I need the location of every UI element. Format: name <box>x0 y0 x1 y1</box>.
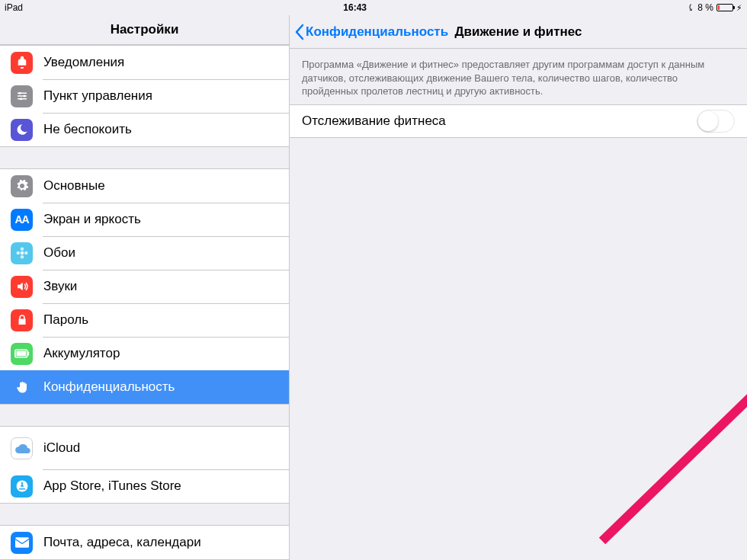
status-right: ⤹ 8 % ⚡︎ <box>687 2 742 13</box>
svg-point-7 <box>24 251 28 255</box>
sidebar-item-label: Обои <box>43 245 278 261</box>
gear-icon <box>11 175 33 197</box>
sound-icon <box>11 276 33 298</box>
svg-rect-9 <box>27 352 29 356</box>
sidebar-item-passcode[interactable]: Пароль <box>0 303 289 337</box>
sidebar-title-label: Настройки <box>111 22 179 37</box>
sidebar-item-display[interactable]: AAЭкран и яркость <box>0 203 289 236</box>
sidebar-item-label: Не беспокоить <box>43 122 278 137</box>
flower-icon <box>11 242 33 264</box>
sidebar-title: Настройки <box>0 15 289 45</box>
sidebar-item-privacy[interactable]: Конфиденциальность <box>0 370 289 404</box>
sidebar-item-label: Аккумулятор <box>43 346 278 361</box>
sidebar-item-label: Почта, адреса, календари <box>43 535 278 550</box>
fitness-tracking-label: Отслеживание фитнеса <box>302 114 446 129</box>
orientation-lock-icon: ⤹ <box>687 2 694 13</box>
battery-icon <box>11 343 33 365</box>
battery-percent: 8 % <box>697 2 713 13</box>
sidebar-item-label: Конфиденциальность <box>43 379 278 395</box>
toggle-knob <box>698 111 718 131</box>
cloud-icon <box>11 437 33 459</box>
svg-point-5 <box>20 255 24 259</box>
sidebar-item-label: iCloud <box>43 441 80 456</box>
appstore-icon <box>11 475 33 498</box>
sidebar-item-mail[interactable]: Почта, адреса, календари <box>0 526 289 559</box>
fitness-tracking-row: Отслеживание фитнеса <box>290 104 747 138</box>
sidebar-item-label: Пароль <box>43 312 278 328</box>
svg-point-4 <box>20 248 24 251</box>
sidebar-item-label: Звуки <box>43 279 278 294</box>
svg-point-6 <box>16 251 20 255</box>
svg-point-1 <box>23 95 25 98</box>
annotation-arrow <box>579 145 747 560</box>
svg-point-0 <box>18 92 21 94</box>
sidebar-item-label: Экран и яркость <box>43 212 278 227</box>
detail-pane: Конфиденциальность Движение и фитнес Про… <box>290 15 747 560</box>
hand-icon <box>11 376 33 398</box>
mail-icon <box>11 532 33 554</box>
clock: 16:43 <box>23 2 687 13</box>
status-bar: iPad 16:43 ⤹ 8 % ⚡︎ <box>0 0 747 15</box>
sidebar-item-label: Основные <box>43 178 278 194</box>
section-description: Программа «Движение и фитнес» предоставл… <box>290 49 747 104</box>
sidebar-item-dnd[interactable]: Не беспокоить <box>0 113 289 146</box>
sidebar-item-battery[interactable]: Аккумулятор <box>0 337 289 370</box>
aa-icon: AA <box>11 209 33 231</box>
chevron-left-icon <box>294 24 304 40</box>
bell-icon <box>11 52 33 74</box>
battery-icon <box>717 4 733 11</box>
sidebar-item-label: Пункт управления <box>43 88 278 104</box>
sidebar-item-notifications[interactable]: Уведомления <box>0 46 289 79</box>
svg-rect-10 <box>16 351 26 357</box>
charging-icon: ⚡︎ <box>736 3 742 13</box>
settings-sidebar: Настройки УведомленияПункт управленияНе … <box>0 15 290 560</box>
device-label: iPad <box>5 2 23 13</box>
sidebar-item-control-center[interactable]: Пункт управления <box>0 79 289 113</box>
sidebar-item-itunes[interactable]: App Store, iTunes Store <box>0 469 289 503</box>
sidebar-item-label: App Store, iTunes Store <box>43 478 278 494</box>
sidebar-item-label: Уведомления <box>43 55 278 70</box>
back-label: Конфиденциальность <box>306 24 448 40</box>
svg-line-13 <box>602 171 747 541</box>
back-button[interactable]: Конфиденциальность <box>294 15 448 49</box>
sidebar-item-general[interactable]: Основные <box>0 169 289 203</box>
moon-icon <box>11 119 33 141</box>
sidebar-item-icloud[interactable]: iCloud <box>0 427 289 469</box>
lock-icon <box>11 309 33 331</box>
sidebar-item-sounds[interactable]: Звуки <box>0 270 289 303</box>
svg-rect-12 <box>15 537 29 548</box>
detail-titlebar: Конфиденциальность Движение и фитнес <box>290 15 747 49</box>
fitness-tracking-toggle[interactable] <box>697 110 735 133</box>
svg-point-2 <box>20 98 22 100</box>
sliders-icon <box>11 85 33 107</box>
svg-point-3 <box>20 251 24 255</box>
detail-title: Движение и фитнес <box>455 24 582 40</box>
sidebar-item-wallpaper[interactable]: Обои <box>0 236 289 270</box>
